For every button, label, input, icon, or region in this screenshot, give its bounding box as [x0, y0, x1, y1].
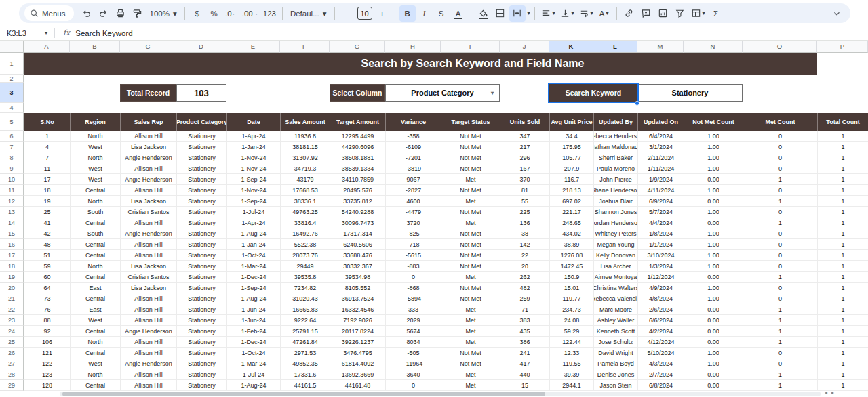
cell[interactable]: 1.00: [684, 239, 743, 250]
cell[interactable]: Met: [441, 337, 500, 348]
cell[interactable]: 0: [743, 283, 818, 293]
cell[interactable]: 0: [386, 380, 441, 391]
cell[interactable]: 1.00: [684, 358, 743, 369]
cell[interactable]: 76: [24, 304, 71, 315]
cell[interactable]: 48: [24, 239, 71, 250]
table-header-cell[interactable]: Updated On: [638, 113, 684, 131]
cell[interactable]: Stationery: [177, 250, 227, 261]
cell[interactable]: 33688.476: [330, 250, 386, 261]
cell[interactable]: 1: [818, 337, 868, 348]
cell[interactable]: 121: [24, 348, 71, 358]
cell[interactable]: 1-Jun-24: [227, 315, 281, 326]
cell[interactable]: 6/4/2024: [638, 131, 684, 142]
paint-format-button[interactable]: [130, 5, 146, 22]
cell[interactable]: Not Met: [441, 185, 500, 196]
cell[interactable]: 435: [500, 326, 550, 337]
cell[interactable]: Angie Henderson: [121, 152, 177, 163]
undo-button[interactable]: [79, 5, 95, 22]
cell[interactable]: 347: [500, 131, 550, 142]
cell[interactable]: 38: [500, 228, 550, 239]
table-header-cell[interactable]: Sales Rep: [121, 113, 177, 131]
cell[interactable]: 123: [24, 369, 71, 380]
cell[interactable]: Stationery: [177, 326, 227, 337]
cell[interactable]: 59: [24, 261, 71, 272]
insert-link-button[interactable]: [621, 5, 637, 22]
scrollbar-thumb[interactable]: [62, 392, 545, 396]
cell[interactable]: 1: [818, 293, 868, 304]
cell[interactable]: North: [71, 337, 121, 348]
cell[interactable]: Stationery: [177, 261, 227, 272]
cell[interactable]: 1.00: [684, 283, 743, 293]
table-header-cell[interactable]: S.No: [24, 113, 71, 131]
cell[interactable]: Met: [441, 315, 500, 326]
cell[interactable]: 16332.4546: [330, 304, 386, 315]
cell[interactable]: Met: [441, 380, 500, 391]
name-box[interactable]: K3:L3 ▾: [0, 29, 52, 37]
cell[interactable]: East: [71, 283, 121, 293]
cell[interactable]: 1-Apr-24: [227, 217, 281, 228]
cell[interactable]: 8105.552: [330, 283, 386, 293]
cell[interactable]: 0: [743, 142, 818, 152]
table-header-cell[interactable]: Target Amount: [330, 113, 386, 131]
cell[interactable]: North: [71, 261, 121, 272]
cell[interactable]: Lisa Jackson: [121, 142, 177, 152]
cell[interactable]: 34719.3: [281, 163, 330, 174]
cell[interactable]: 1: [818, 326, 868, 337]
cell[interactable]: -4479: [386, 207, 441, 217]
cell[interactable]: 4/2/2024: [638, 326, 684, 337]
cell[interactable]: 4/11/2024: [638, 185, 684, 196]
cell[interactable]: Megan Young: [594, 239, 638, 250]
cell[interactable]: 24.08: [550, 315, 594, 326]
cell[interactable]: 2/7/2024: [638, 369, 684, 380]
cell[interactable]: 1.00: [684, 348, 743, 358]
cell[interactable]: Lisa Jackson: [121, 283, 177, 293]
cell[interactable]: 43179: [281, 174, 330, 185]
cell[interactable]: 386: [500, 337, 550, 348]
cell[interactable]: 2944.1: [550, 380, 594, 391]
merge-options-caret[interactable]: ▾: [528, 10, 530, 16]
cell[interactable]: Met: [441, 369, 500, 380]
text-wrap-button[interactable]: ▾: [577, 5, 595, 22]
cell[interactable]: 9222.64: [281, 315, 330, 326]
cell[interactable]: Stationery: [177, 239, 227, 250]
cell[interactable]: 1-Oct-24: [227, 250, 281, 261]
cell[interactable]: 1: [743, 196, 818, 207]
cell[interactable]: 6/9/2024: [638, 196, 684, 207]
cell[interactable]: 1: [743, 315, 818, 326]
cell[interactable]: 1: [818, 261, 868, 272]
cell[interactable]: 3/1/2024: [638, 142, 684, 152]
cell[interactable]: Central: [71, 250, 121, 261]
cell[interactable]: West: [71, 315, 121, 326]
cell[interactable]: 8034: [386, 337, 441, 348]
cell[interactable]: Allison Hill: [121, 217, 177, 228]
cell[interactable]: 1.00: [684, 261, 743, 272]
cell[interactable]: 1: [818, 239, 868, 250]
cell[interactable]: 150.9: [550, 272, 594, 283]
cell[interactable]: 1.00: [684, 142, 743, 152]
insert-comment-button[interactable]: [638, 5, 654, 22]
cell[interactable]: -825: [386, 228, 441, 239]
cell[interactable]: Met: [441, 174, 500, 185]
cell[interactable]: Allison Hill: [121, 315, 177, 326]
cell[interactable]: 1: [818, 207, 868, 217]
cell[interactable]: 61814.4092: [330, 358, 386, 369]
cell[interactable]: Central: [71, 217, 121, 228]
cell[interactable]: 49763.25: [281, 207, 330, 217]
cell[interactable]: 38508.1881: [330, 152, 386, 163]
cell[interactable]: 1: [818, 152, 868, 163]
cell[interactable]: 1-Aug-24: [227, 293, 281, 304]
cell[interactable]: Rebecca Valencia: [594, 293, 638, 304]
cell[interactable]: 30332.367: [330, 261, 386, 272]
cell[interactable]: 1: [743, 217, 818, 228]
cell[interactable]: 41: [24, 217, 71, 228]
cell[interactable]: 2971.53: [281, 348, 330, 358]
cell[interactable]: 6240.5606: [330, 239, 386, 250]
cell[interactable]: John Pierce: [594, 174, 638, 185]
cell[interactable]: Met: [441, 217, 500, 228]
text-rotation-button[interactable]: A▾: [596, 5, 612, 22]
cell[interactable]: 1-Dec-24: [227, 272, 281, 283]
cell[interactable]: North: [71, 152, 121, 163]
cell[interactable]: 4/12/2024: [638, 337, 684, 348]
table-header-cell[interactable]: Date: [227, 113, 281, 131]
cell[interactable]: 3640: [386, 369, 441, 380]
